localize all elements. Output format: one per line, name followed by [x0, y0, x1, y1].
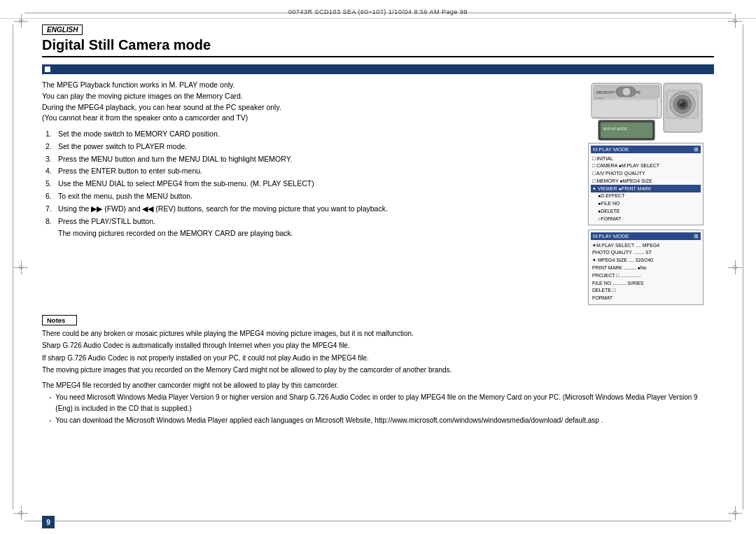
menu-item-viewer: ✦ VIEWER ●PRINT MARK	[591, 185, 701, 192]
border-left	[13, 24, 13, 510]
menu-item-memory: □ MEMORY ●MPEG4 SIZE	[591, 177, 701, 185]
svg-text:M.PLAY MODE: M.PLAY MODE	[603, 127, 628, 131]
page-title: Digital Still Camera mode	[42, 37, 714, 57]
menu2-item-5: PROJECT □ ...............	[591, 272, 701, 279]
step-1: 1.Set the mode switch to MEMORY CARD pos…	[46, 128, 578, 140]
bullet-1: - You need Microsoft Windows Media Playe…	[42, 392, 714, 414]
reg-mark-mid-left	[14, 260, 28, 274]
notes-label: Notes	[42, 315, 77, 325]
step-3: 3.Press the MENU button and turn the MEN…	[46, 153, 578, 165]
menu-item-camera: □ CAMERA ●M.PLAY SELECT	[591, 162, 701, 170]
notes-section: Notes There could be any broken or mosai…	[42, 315, 714, 376]
right-column: MEMORY TAPE CARD	[588, 80, 714, 309]
camcorder-svg: MEMORY TAPE CARD	[588, 80, 707, 143]
step-4: 4.Press the ENTER button to enter sub-me…	[46, 165, 578, 177]
menu-title-2: M.PLAY MODE ⊞	[591, 232, 701, 240]
note-2: Sharp G.726 Audio Codec is automatically…	[42, 340, 714, 351]
bullet-2: - You can download the Microsoft Windows…	[42, 415, 714, 426]
menu2-item-6: FILE NO .......... S/RIES	[591, 279, 701, 287]
menu-item-av: □ A/V PHOTO QUALITY	[591, 170, 701, 178]
intro-line-1: The MPEG Playback function works in M. P…	[42, 80, 578, 91]
step-5: 5.Use the MENU DIAL to select MPEG4 from…	[46, 178, 578, 190]
notes-header: Notes	[42, 315, 714, 325]
note-1: There could be any broken or mosaic pict…	[42, 328, 714, 339]
reg-mark-bottom-left	[14, 506, 28, 520]
menu-item-format: ○FORMAT	[591, 215, 701, 223]
menu2-item-3: ✦ MPEG4 SIZE .... 320/240	[591, 257, 701, 265]
menu-item-fileno: ●FILE NO	[591, 200, 701, 208]
svg-text:MEMORY: MEMORY	[596, 90, 615, 94]
intro-line-2: You can play the moving picture images o…	[42, 91, 578, 102]
svg-rect-7	[592, 99, 657, 118]
menu-screen-2: M.PLAY MODE ⊞ ✦M.PLAY SELECT .... MPEG4 …	[588, 230, 704, 304]
note-3: If sharp G.726 Audio Codec is not proper…	[42, 353, 714, 364]
notes-content: There could be any broken or mosaic pict…	[42, 328, 714, 376]
menu-title-1: M.PLAY MODE ⊞	[591, 146, 701, 153]
two-column-layout: The MPEG Playback function works in M. P…	[42, 80, 714, 309]
note-4: The moving picture images that you recor…	[42, 365, 714, 376]
menu-item-initial: □ INITIAL	[591, 155, 701, 162]
step-8-sub: The moving pictures recorded on the MEMO…	[46, 227, 578, 239]
left-column: The MPEG Playback function works in M. P…	[42, 80, 578, 309]
reg-mark-bottom-right	[728, 506, 742, 520]
menu2-item-7: DELETE □	[591, 287, 701, 295]
menu2-item-2: PHOTO QUALITY ........ ST	[591, 249, 701, 257]
menu2-item-1: ✦M.PLAY SELECT .... MPEG4	[591, 241, 701, 249]
header-text: 00743R SCD103 SEA (60~107) 1/10/04 8:56 …	[14, 8, 742, 15]
menu2-item-8: FORMAT	[591, 295, 701, 302]
border-right	[743, 24, 743, 510]
border-bottom	[24, 521, 732, 521]
page-number: 9	[42, 516, 55, 528]
menu-item-delete: ●DELETE	[591, 208, 701, 216]
menu2-item-4: PRINT MARK ......... ●No	[591, 265, 701, 272]
step-2: 2.Set the power switch to PLAYER mode.	[46, 141, 578, 153]
step-6: 6.To exit the menu, push the MENU button…	[46, 190, 578, 202]
menu-screen-1: M.PLAY MODE ⊞ □ INITIAL □ CAMERA ●M.PLAY…	[588, 143, 704, 225]
step-8: 8.Press the PLAY/STILL button.	[46, 216, 578, 227]
mpeg4-note: The MPEG4 file recorded by another camco…	[42, 380, 714, 426]
intro-line-3: During the MPEG4 playback, you can hear …	[42, 102, 578, 113]
intro-line-4: (You cannot hear it from the speaker ont…	[42, 113, 578, 124]
english-badge: ENGLISH	[42, 24, 83, 35]
step-7: 7.Using the ▶▶ (FWD) and ◀◀ (REV) button…	[46, 203, 578, 215]
camcorder-image: MEMORY TAPE CARD	[588, 80, 707, 143]
steps-list: 1.Set the mode switch to MEMORY CARD pos…	[42, 128, 578, 239]
header-bar: 00743R SCD103 SEA (60~107) 1/10/04 8:56 …	[0, 6, 756, 19]
content-area: ENGLISH Digital Still Camera mode The MP…	[42, 24, 714, 506]
mpeg4-intro: The MPEG4 file recorded by another camco…	[42, 380, 714, 391]
menu-item-deffect: ●D.EFFECT	[591, 192, 701, 200]
svg-point-6	[622, 87, 631, 96]
section-icon	[45, 66, 50, 72]
intro-text: The MPEG Playback function works in M. P…	[42, 80, 578, 124]
svg-point-14	[680, 101, 682, 104]
reg-mark-mid-right	[728, 260, 742, 274]
section-bar	[42, 64, 714, 74]
